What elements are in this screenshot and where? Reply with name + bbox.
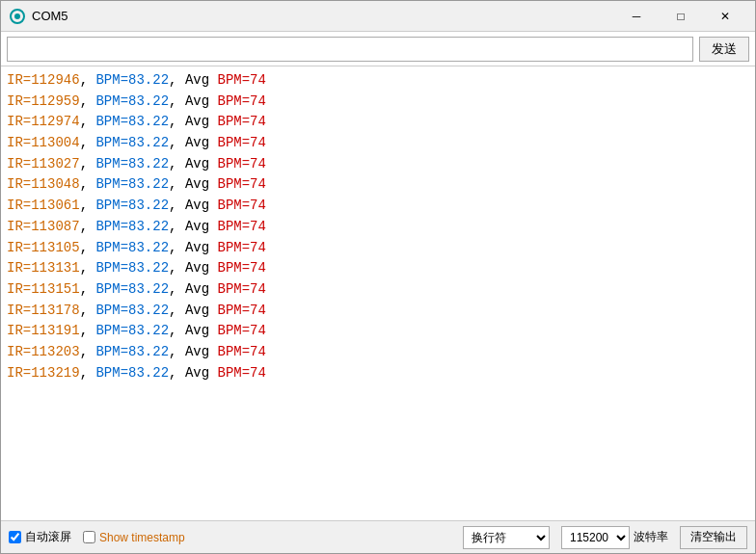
serial-line: IR=112959, BPM=83.22, Avg BPM=74 <box>7 92 749 113</box>
ir-value: IR=113087 <box>7 219 80 234</box>
baud-rate-wrap: 3001200240048009600144001920028800384005… <box>561 526 668 549</box>
bpm-value: BPM=83.22 <box>95 281 169 297</box>
avg-label: Avg <box>185 303 218 318</box>
avg-label: Avg <box>185 219 218 234</box>
bpm-value: BPM=83.22 <box>95 323 169 338</box>
avg-bpm-value: BPM=74 <box>217 219 265 234</box>
bpm-value: BPM=83.22 <box>95 114 169 129</box>
show-timestamp-checkbox[interactable]: Show timestamp <box>83 531 185 544</box>
serial-output[interactable]: IR=112946, BPM=83.22, Avg BPM=74IR=11295… <box>1 66 755 520</box>
line-ending-wrap: 没有行尾换行符回车换行和回车 <box>463 526 550 549</box>
avg-bpm-value: BPM=74 <box>217 114 265 129</box>
serial-line: IR=113061, BPM=83.22, Avg BPM=74 <box>7 196 749 217</box>
auto-scroll-checkbox[interactable]: 自动滚屏 <box>9 529 71 545</box>
avg-bpm-value: BPM=74 <box>217 281 265 297</box>
bpm-value: BPM=83.22 <box>95 365 169 381</box>
avg-label: Avg <box>185 323 218 338</box>
close-button[interactable]: ✕ <box>703 1 747 32</box>
serial-monitor-window: COM5 ─ □ ✕ 发送 IR=112946, BPM=83.22, Avg … <box>0 0 756 554</box>
ir-value: IR=113027 <box>7 156 80 171</box>
window-title: COM5 <box>32 9 614 23</box>
avg-label: Avg <box>185 156 218 171</box>
svg-point-1 <box>14 13 20 19</box>
send-button[interactable]: 发送 <box>699 37 749 62</box>
bpm-value: BPM=83.22 <box>95 135 169 150</box>
avg-label: Avg <box>185 72 218 88</box>
serial-line: IR=113131, BPM=83.22, Avg BPM=74 <box>7 258 749 279</box>
ir-value: IR=112959 <box>7 93 80 109</box>
bpm-value: BPM=83.22 <box>95 303 169 318</box>
auto-scroll-input[interactable] <box>9 531 21 543</box>
avg-label: Avg <box>185 365 218 381</box>
serial-line: IR=113151, BPM=83.22, Avg BPM=74 <box>7 279 749 301</box>
serial-line: IR=113191, BPM=83.22, Avg BPM=74 <box>7 321 749 342</box>
serial-line: IR=112946, BPM=83.22, Avg BPM=74 <box>7 70 749 92</box>
avg-label: Avg <box>185 93 218 109</box>
auto-scroll-label: 自动滚屏 <box>25 529 71 545</box>
avg-label: Avg <box>185 260 218 276</box>
ir-value: IR=112974 <box>7 114 80 129</box>
serial-line: IR=113178, BPM=83.22, Avg BPM=74 <box>7 301 749 322</box>
serial-line: IR=113087, BPM=83.22, Avg BPM=74 <box>7 217 749 238</box>
baud-rate-label: 波特率 <box>634 529 668 545</box>
toolbar: 发送 <box>1 32 755 66</box>
avg-label: Avg <box>185 176 218 192</box>
avg-bpm-value: BPM=74 <box>217 156 265 171</box>
avg-bpm-value: BPM=74 <box>217 365 265 381</box>
ir-value: IR=113131 <box>7 260 80 276</box>
show-timestamp-label: Show timestamp <box>99 531 185 544</box>
avg-label: Avg <box>185 198 218 213</box>
avg-label: Avg <box>185 344 218 359</box>
bpm-value: BPM=83.22 <box>95 93 169 109</box>
avg-bpm-value: BPM=74 <box>217 72 265 88</box>
send-input[interactable] <box>7 37 693 62</box>
bpm-value: BPM=83.22 <box>95 156 169 171</box>
window-controls: ─ □ ✕ <box>614 1 747 32</box>
serial-line: IR=113027, BPM=83.22, Avg BPM=74 <box>7 154 749 175</box>
ir-value: IR=113061 <box>7 198 80 213</box>
avg-label: Avg <box>185 135 218 150</box>
ir-value: IR=113151 <box>7 281 80 297</box>
status-bar: 自动滚屏 Show timestamp 没有行尾换行符回车换行和回车 30012… <box>1 520 755 553</box>
bpm-value: BPM=83.22 <box>95 72 169 88</box>
bpm-value: BPM=83.22 <box>95 219 169 234</box>
ir-value: IR=113178 <box>7 303 80 318</box>
avg-label: Avg <box>185 240 218 255</box>
ir-value: IR=113004 <box>7 135 80 150</box>
app-icon <box>9 8 26 25</box>
maximize-button[interactable]: □ <box>659 1 703 32</box>
ir-value: IR=113219 <box>7 365 80 381</box>
avg-bpm-value: BPM=74 <box>217 240 265 255</box>
bpm-value: BPM=83.22 <box>95 198 169 213</box>
serial-line: IR=113203, BPM=83.22, Avg BPM=74 <box>7 342 749 363</box>
avg-bpm-value: BPM=74 <box>217 323 265 338</box>
ir-value: IR=113203 <box>7 344 80 359</box>
avg-bpm-value: BPM=74 <box>217 198 265 213</box>
bpm-value: BPM=83.22 <box>95 176 169 192</box>
avg-bpm-value: BPM=74 <box>217 93 265 109</box>
line-ending-dropdown[interactable]: 没有行尾换行符回车换行和回车 <box>463 526 550 549</box>
ir-value: IR=113191 <box>7 323 80 338</box>
show-timestamp-input[interactable] <box>83 531 95 543</box>
avg-bpm-value: BPM=74 <box>217 344 265 359</box>
avg-label: Avg <box>185 114 218 129</box>
avg-bpm-value: BPM=74 <box>217 176 265 192</box>
serial-line: IR=113048, BPM=83.22, Avg BPM=74 <box>7 174 749 196</box>
bpm-value: BPM=83.22 <box>95 240 169 255</box>
title-bar: COM5 ─ □ ✕ <box>1 1 755 32</box>
clear-button[interactable]: 清空输出 <box>680 526 747 549</box>
ir-value: IR=113105 <box>7 240 80 255</box>
ir-value: IR=112946 <box>7 72 80 88</box>
baud-rate-dropdown[interactable]: 3001200240048009600144001920028800384005… <box>561 526 630 549</box>
serial-line: IR=112974, BPM=83.22, Avg BPM=74 <box>7 112 749 133</box>
minimize-button[interactable]: ─ <box>614 1 659 32</box>
bpm-value: BPM=83.22 <box>95 344 169 359</box>
bpm-value: BPM=83.22 <box>95 260 169 276</box>
serial-line: IR=113219, BPM=83.22, Avg BPM=74 <box>7 363 749 384</box>
ir-value: IR=113048 <box>7 176 80 192</box>
avg-bpm-value: BPM=74 <box>217 260 265 276</box>
avg-label: Avg <box>185 281 218 297</box>
avg-bpm-value: BPM=74 <box>217 135 265 150</box>
serial-line: IR=113105, BPM=83.22, Avg BPM=74 <box>7 238 749 259</box>
avg-bpm-value: BPM=74 <box>217 303 265 318</box>
